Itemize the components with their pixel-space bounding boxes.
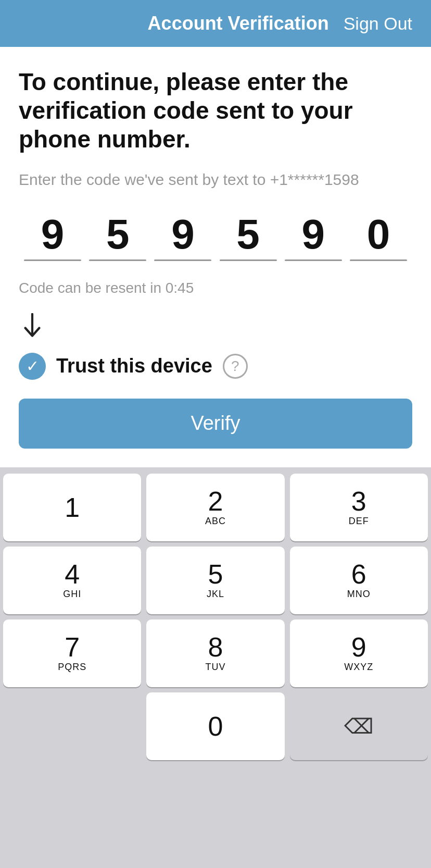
- kb-letters-6: MNO: [347, 589, 371, 600]
- kb-letters-9: WXYZ: [344, 662, 373, 673]
- kb-key-0[interactable]: 0: [146, 692, 284, 760]
- digit-underline-5: [350, 259, 407, 261]
- kb-letters-2: ABC: [205, 516, 226, 527]
- code-digit-2[interactable]: 9: [154, 214, 211, 261]
- trust-device-label: Trust this device: [56, 355, 212, 377]
- digit-underline-2: [154, 259, 211, 261]
- code-digit-5[interactable]: 0: [350, 214, 407, 261]
- kb-key-9[interactable]: 9WXYZ: [290, 619, 428, 687]
- digit-value-2: 9: [171, 214, 195, 255]
- trust-device-row[interactable]: ✓ Trust this device ?: [19, 353, 412, 380]
- code-input-row: 959590: [19, 214, 412, 261]
- app-header: Account Verification Sign Out: [0, 0, 431, 47]
- instruction-subtitle: Enter the code we've sent by text to +1*…: [19, 169, 412, 191]
- digit-value-1: 5: [106, 214, 130, 255]
- kb-num-2: 2: [208, 488, 223, 515]
- kb-row-3: 0⌫: [3, 692, 428, 760]
- kb-empty-3-0: [3, 692, 141, 760]
- code-digit-4[interactable]: 9: [285, 214, 342, 261]
- main-content: To continue, please enter the verificati…: [0, 47, 431, 467]
- kb-num-5: 5: [208, 561, 223, 588]
- verify-button[interactable]: Verify: [19, 399, 412, 449]
- help-icon[interactable]: ?: [223, 354, 248, 379]
- kb-letters-3: DEF: [349, 516, 369, 527]
- numeric-keyboard: 12ABC3DEF4GHI5JKL6MNO7PQRS8TUV9WXYZ0⌫: [0, 467, 431, 868]
- digit-value-4: 9: [302, 214, 325, 255]
- digit-underline-3: [220, 259, 277, 261]
- code-digit-3[interactable]: 5: [220, 214, 277, 261]
- header-title: Account Verification: [148, 13, 329, 34]
- kb-num-0: 0: [208, 713, 223, 740]
- digit-underline-1: [89, 259, 146, 261]
- kb-letters-8: TUV: [205, 662, 225, 673]
- kb-letters-7: PQRS: [58, 662, 86, 673]
- delete-icon: ⌫: [344, 714, 374, 738]
- kb-key-5[interactable]: 5JKL: [146, 547, 284, 614]
- kb-row-2: 7PQRS8TUV9WXYZ: [3, 619, 428, 687]
- kb-key-7[interactable]: 7PQRS: [3, 619, 141, 687]
- kb-key-4[interactable]: 4GHI: [3, 547, 141, 614]
- digit-value-0: 9: [41, 214, 65, 255]
- kb-row-0: 12ABC3DEF: [3, 474, 428, 541]
- arrow-indicator: [19, 313, 412, 342]
- trust-device-checkbox[interactable]: ✓: [19, 353, 46, 380]
- kb-num-4: 4: [65, 561, 80, 588]
- kb-key-1[interactable]: 1: [3, 474, 141, 541]
- checkmark-icon: ✓: [26, 358, 39, 374]
- kb-row-1: 4GHI5JKL6MNO: [3, 547, 428, 614]
- kb-key-8[interactable]: 8TUV: [146, 619, 284, 687]
- code-digit-0[interactable]: 9: [24, 214, 81, 261]
- digit-underline-0: [24, 259, 81, 261]
- kb-num-8: 8: [208, 634, 223, 661]
- code-digit-1[interactable]: 5: [89, 214, 146, 261]
- resend-timer: Code can be resent in 0:45: [19, 280, 412, 296]
- kb-delete-button[interactable]: ⌫: [290, 692, 428, 760]
- kb-key-6[interactable]: 6MNO: [290, 547, 428, 614]
- kb-num-3: 3: [351, 488, 366, 515]
- kb-num-1: 1: [65, 494, 80, 521]
- kb-num-9: 9: [351, 634, 366, 661]
- kb-key-2[interactable]: 2ABC: [146, 474, 284, 541]
- instruction-title: To continue, please enter the verificati…: [19, 68, 412, 154]
- digit-value-5: 0: [367, 214, 390, 255]
- arrow-down-icon: [19, 313, 46, 340]
- kb-letters-4: GHI: [63, 589, 81, 600]
- digit-underline-4: [285, 259, 342, 261]
- kb-letters-5: JKL: [207, 589, 224, 600]
- kb-num-7: 7: [65, 634, 80, 661]
- digit-value-3: 5: [236, 214, 260, 255]
- sign-out-button[interactable]: Sign Out: [344, 14, 412, 34]
- kb-key-3[interactable]: 3DEF: [290, 474, 428, 541]
- kb-num-6: 6: [351, 561, 366, 588]
